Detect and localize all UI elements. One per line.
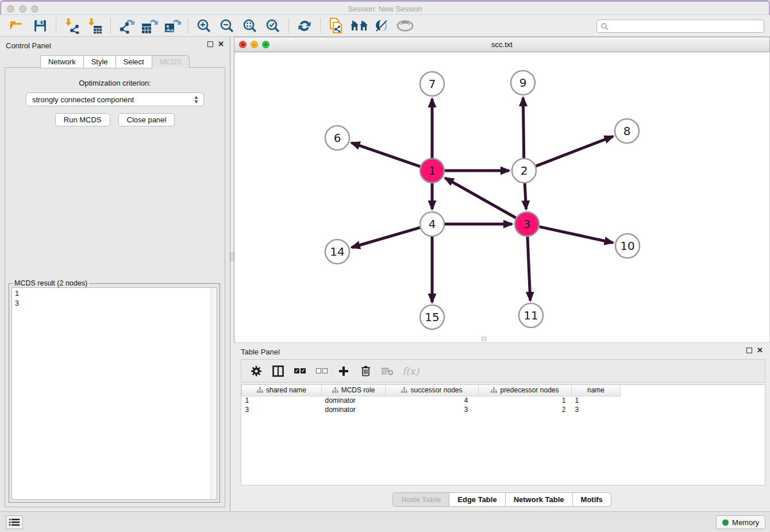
table-cell[interactable]: 1 [242,396,322,405]
canvas-resize-handle[interactable] [482,337,487,341]
column-header[interactable]: name [572,385,621,396]
graph-edge-3-1[interactable] [445,178,516,218]
network-graph[interactable]: 1234678910111415 [234,52,769,342]
table-cell[interactable]: 3 [242,405,322,414]
optimization-criterion-select[interactable]: strongly connected component ▲▼ [26,92,204,106]
table-cell[interactable]: 3 [572,405,621,414]
export-table-icon[interactable] [138,17,161,35]
tab-edge-table[interactable]: Edge Table [449,492,505,507]
node-table-body: 1dominator4113dominator323 [242,396,621,414]
float-panel-icon[interactable] [207,41,213,47]
graph-edge-3-10[interactable] [539,227,613,243]
window-title: Session: New Session [1,5,769,13]
network-canvas[interactable]: 1234678910111415 [234,52,770,343]
show-graphics-details-icon[interactable] [394,17,417,35]
list-icon [9,518,20,526]
split-pane-handle[interactable] [230,252,234,261]
import-network-icon[interactable] [60,17,83,35]
save-session-icon[interactable] [29,17,52,35]
select-all-checks-icon[interactable]: ✓✓ [293,363,307,379]
export-image-icon[interactable] [161,17,184,35]
table-cell[interactable]: 4 [386,396,479,405]
function-builder-icon: f(x) [402,363,419,379]
zoom-fit-icon[interactable] [238,17,261,35]
mcds-result-group: MCDS result (2 nodes) 13 [9,283,220,503]
mcds-result-list[interactable]: 13 [11,287,217,500]
tree-icon [491,387,497,393]
toolbar-separator [288,18,289,33]
close-table-panel-icon[interactable]: ✕ [757,348,763,353]
open-session-icon[interactable] [6,17,29,35]
close-panel-icon[interactable]: ✕ [218,41,224,47]
close-panel-button[interactable]: Close panel [118,113,175,126]
create-column-icon[interactable] [337,363,351,379]
table-cell[interactable]: dominator [322,396,386,405]
clone-network-icon[interactable] [325,17,348,35]
network-window-titlebar[interactable]: ✕ − + scc.txt [234,37,770,52]
column-header[interactable]: successor nodes [386,385,479,396]
node-table: shared nameMCDS rolesuccessor nodesprede… [241,384,765,485]
search-icon [600,22,609,30]
tab-network-table[interactable]: Network Table [505,492,572,507]
nested-network-home-icon[interactable] [348,17,371,35]
tab-mcds[interactable]: MCDS [152,55,190,68]
result-item[interactable]: 3 [15,299,217,309]
table-toolbar: ✓✓ f(x) [241,359,765,383]
zoom-selected-icon[interactable] [261,17,284,35]
table-mode-gear-icon[interactable] [249,363,263,379]
column-header[interactable]: MCDS role [322,385,386,396]
delete-table-icon [380,363,394,379]
graph-node-label: 15 [425,310,439,324]
apply-layout-icon[interactable] [293,17,316,35]
table-row: 1dominator411 [242,396,621,405]
run-mcds-button[interactable]: Run MCDS [55,113,110,126]
graph-node-label: 14 [330,245,344,259]
export-network-icon[interactable] [115,17,138,35]
graph-edge-4-14[interactable] [352,228,420,248]
graph-edge-2-8[interactable] [536,136,613,166]
show-columns-icon[interactable] [271,363,285,379]
main-toolbar [0,16,770,37]
tab-network[interactable]: Network [40,55,83,68]
table-panel-title: Table Panel [241,348,280,356]
toolbar-separator [56,18,56,33]
import-table-icon[interactable] [83,17,106,35]
result-item[interactable]: 1 [15,289,217,299]
table-cell[interactable]: 3 [386,405,479,414]
table-cell[interactable]: 1 [479,396,572,405]
table-cell[interactable]: 1 [572,396,621,405]
tree-icon [332,387,338,393]
graph-node-label: 11 [523,309,538,322]
graph-edge-2-9[interactable] [523,98,523,158]
hide-graphics-details-icon[interactable] [371,17,394,35]
zoom-out-icon[interactable] [215,17,238,35]
table-cell[interactable]: dominator [322,405,386,414]
optimization-criterion-value: strongly connected component [32,95,134,104]
tab-select[interactable]: Select [116,55,152,68]
result-scrollbar[interactable] [210,288,217,499]
column-header[interactable]: shared name [242,385,322,396]
float-table-panel-icon[interactable] [746,348,752,353]
graph-node-label: 3 [523,217,531,231]
graph-node-label: 10 [620,239,634,253]
zoom-in-icon[interactable] [192,17,215,35]
graph-edge-3-11[interactable] [528,237,530,300]
column-header[interactable]: predecessor nodes [479,385,572,396]
graph-node-label: 8 [623,124,631,138]
graph-edge-1-6[interactable] [352,142,421,166]
search-input[interactable] [609,20,764,32]
graph-node-label: 1 [429,164,436,178]
tab-motifs[interactable]: Motifs [572,492,611,507]
control-panel-tabs: Network Style Select MCDS [0,55,230,68]
tab-style[interactable]: Style [83,55,116,68]
table-cell[interactable]: 2 [479,405,572,414]
clear-selection-checks-icon[interactable] [315,363,329,379]
select-stepper-icon: ▲▼ [194,95,199,104]
delete-columns-icon[interactable] [359,363,372,379]
graph-node-label: 6 [334,131,341,145]
table-panel-tabs: Node Table Edge Table Network Table Moti… [234,492,770,507]
memory-button[interactable]: Memory [716,515,765,529]
show-log-button[interactable] [6,515,23,529]
tab-node-table[interactable]: Node Table [392,492,449,507]
graph-edge-2-3[interactable] [525,183,526,209]
